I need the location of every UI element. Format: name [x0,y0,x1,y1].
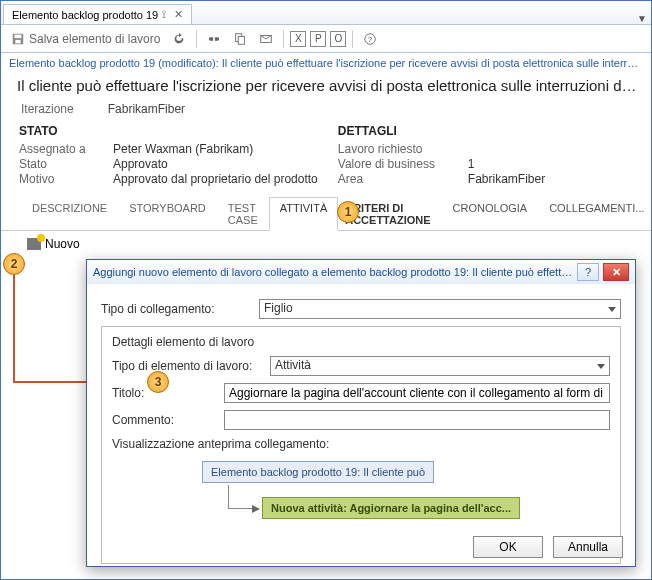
callout-2: 2 [3,253,25,275]
svg-rect-2 [15,39,20,43]
link-type-label: Tipo di collegamento: [101,302,251,316]
toolbar-separator [352,30,353,48]
tab-testcase[interactable]: TEST CASE [217,197,269,231]
preview-connector [228,485,252,509]
o-button[interactable]: O [330,31,346,47]
effort-value[interactable] [468,142,633,156]
mail-icon [259,32,273,46]
document-tab-bar: Elemento backlog prodotto 19 ⟟ ✕ ▼ [1,1,651,25]
close-tab-icon[interactable]: ✕ [174,8,183,21]
tab-overflow-button[interactable]: ▼ [637,13,647,24]
add-linked-item-dialog: Aggiungi nuovo elemento di lavoro colleg… [86,259,636,567]
svg-text:?: ? [368,34,373,43]
comment-input[interactable] [224,410,610,430]
page-title: Il cliente può effettuare l'iscrizione p… [1,73,651,100]
save-button[interactable]: Salva elemento di lavoro [7,30,164,48]
item-type-value: Attività [275,358,311,372]
save-icon [11,32,25,46]
new-linked-item-row: Nuovo [1,231,651,251]
link-type-select[interactable]: Figlio [259,299,621,319]
tab-storyboard[interactable]: STORYBOARD [118,197,217,231]
work-item-details-header: Dettagli elemento di lavoro [112,335,610,349]
mail-button[interactable] [255,30,277,48]
refresh-button[interactable] [168,30,190,48]
status-section: STATO Assegnato aPeter Waxman (Fabrikam)… [19,124,318,187]
item-type-select[interactable]: Attività [270,356,610,376]
preview-parent-box: Elemento backlog prodotto 19: Il cliente… [202,461,434,483]
svg-rect-1 [15,34,22,38]
preview-arrow-icon [252,505,260,513]
iteration-value[interactable]: FabrikamFiber [108,102,185,116]
preview-child-box: Nuova attività: Aggiornare la pagina del… [262,497,520,519]
iteration-row: Iterazione FabrikamFiber [1,100,651,124]
tab-descrizione[interactable]: DESCRIZIONE [21,197,118,231]
breadcrumb[interactable]: Elemento backlog prodotto 19 (modificato… [1,53,651,73]
cancel-button[interactable]: Annulla [553,536,623,558]
toolbar: Salva elemento di lavoro X P O ? [1,25,651,53]
area-value[interactable]: FabrikamFiber [468,172,633,186]
area-label: Area [338,172,468,186]
link-icon [207,32,221,46]
toolbar-separator [283,30,284,48]
dialog-body: Tipo di collegamento: Figlio Dettagli el… [87,284,635,574]
secondary-tabs: DESCRIZIONE STORYBOARD TEST CASE ATTIVIT… [1,197,651,231]
dialog-title: Aggiungi nuovo elemento di lavoro colleg… [93,266,573,278]
dialog-footer: OK Annulla [473,536,623,558]
iteration-label: Iterazione [21,102,74,116]
document-tab-title: Elemento backlog prodotto 19 [12,9,158,21]
p-button[interactable]: P [310,31,326,47]
save-label: Salva elemento di lavoro [29,32,160,46]
preview-label: Visualizzazione anteprima collegamento: [112,437,610,451]
title-input[interactable] [224,383,610,403]
tab-collegamenti[interactable]: COLLEGAMENTI... [542,197,651,231]
app-window: Elemento backlog prodotto 19 ⟟ ✕ ▼ Salva… [0,0,652,580]
help-button[interactable]: ? [359,30,381,48]
assigned-value[interactable]: Peter Waxman (Fabrikam) [113,142,318,156]
copy-button[interactable] [229,30,251,48]
link-button[interactable] [203,30,225,48]
item-type-label: Tipo di elemento di lavoro: [112,359,262,373]
state-label: Stato [19,157,113,171]
dialog-help-button[interactable]: ? [577,263,599,281]
details-columns: STATO Assegnato aPeter Waxman (Fabrikam)… [1,124,651,187]
biz-value[interactable]: 1 [468,157,633,171]
dialog-close-button[interactable]: ✕ [603,263,629,281]
connector-line [13,275,15,381]
reason-value[interactable]: Approvato dal proprietario del prodotto [113,172,318,186]
tab-attivita[interactable]: ATTIVITÀ [269,197,338,231]
status-header: STATO [19,124,318,138]
svg-rect-4 [239,36,245,44]
details-section: DETTAGLI Lavoro richiesto Valore di busi… [338,124,633,187]
ok-button[interactable]: OK [473,536,543,558]
state-value[interactable]: Approvato [113,157,318,171]
x-button[interactable]: X [290,31,306,47]
callout-1: 1 [337,201,359,223]
reason-label: Motivo [19,172,113,186]
details-header: DETTAGLI [338,124,633,138]
copy-icon [233,32,247,46]
document-tab[interactable]: Elemento backlog prodotto 19 ⟟ ✕ [3,4,192,24]
pin-icon[interactable]: ⟟ [162,8,166,21]
biz-label: Valore di business [338,157,468,171]
effort-label: Lavoro richiesto [338,142,468,156]
new-button[interactable]: Nuovo [45,237,80,251]
link-type-value: Figlio [264,301,293,315]
dialog-titlebar: Aggiungi nuovo elemento di lavoro colleg… [87,260,635,284]
help-icon: ? [363,32,377,46]
work-item-details-group: Dettagli elemento di lavoro Tipo di elem… [101,326,621,564]
new-item-icon[interactable] [27,238,41,250]
callout-3: 3 [147,371,169,393]
tab-cronologia[interactable]: CRONOLOGIA [446,197,535,231]
comment-label: Commento: [112,413,216,427]
refresh-icon [172,32,186,46]
assigned-label: Assegnato a [19,142,113,156]
toolbar-separator [196,30,197,48]
